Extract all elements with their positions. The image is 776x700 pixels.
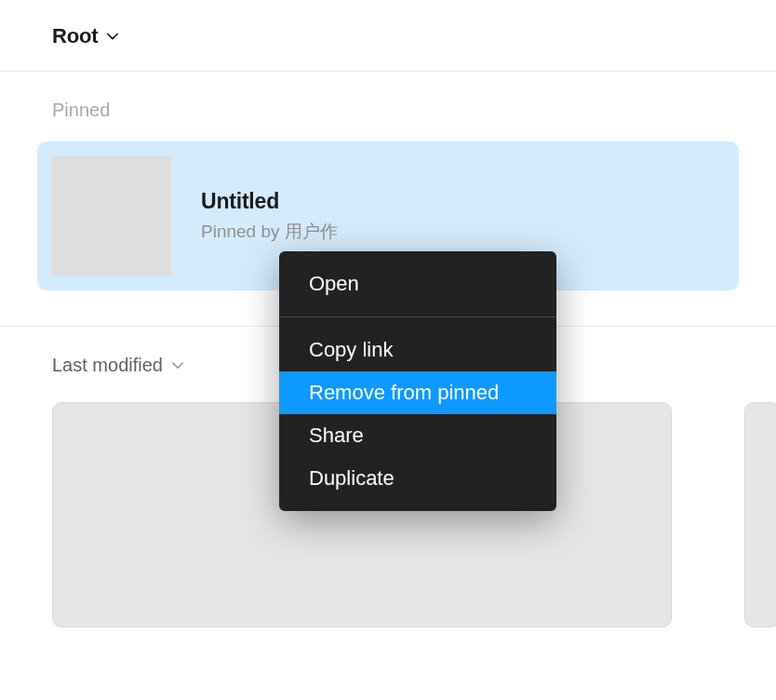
sort-button[interactable]: Last modified [52, 355, 183, 376]
file-thumbnail [52, 156, 171, 276]
pinned-section-title: Pinned [52, 100, 739, 121]
menu-item-open[interactable]: Open [279, 262, 556, 305]
pinned-card-subtitle: Pinned by 用户作 [201, 220, 338, 244]
chevron-down-icon [172, 360, 183, 371]
menu-item-remove-from-pinned[interactable]: Remove from pinned [279, 371, 556, 414]
menu-item-copy-link[interactable]: Copy link [279, 329, 556, 371]
header: Root [0, 0, 776, 71]
context-menu: Open Copy link Remove from pinned Share … [279, 251, 556, 511]
chevron-down-icon [107, 31, 118, 42]
pinned-card-title: Untitled [201, 189, 338, 214]
pinned-card-body: Untitled Pinned by 用户作 [201, 189, 338, 244]
breadcrumb-label: Root [52, 24, 98, 48]
menu-item-share[interactable]: Share [279, 414, 556, 457]
file-card[interactable] [744, 402, 776, 627]
breadcrumb-button[interactable]: Root [52, 24, 118, 48]
menu-item-duplicate[interactable]: Duplicate [279, 457, 556, 500]
sort-label: Last modified [52, 355, 163, 376]
